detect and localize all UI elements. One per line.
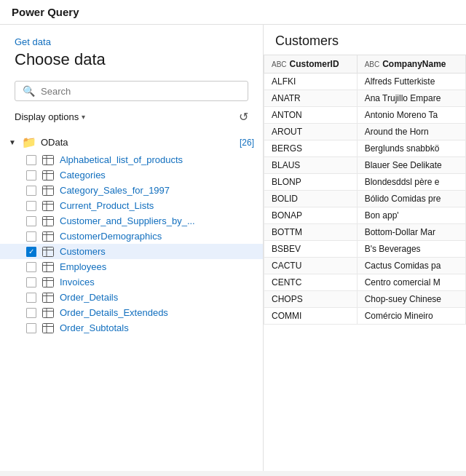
search-input[interactable] bbox=[41, 86, 240, 97]
table-row: BONAPBon app' bbox=[264, 207, 466, 224]
refresh-button[interactable]: ↺ bbox=[239, 110, 248, 124]
customer-id-cell: BLONP bbox=[264, 174, 358, 191]
checkbox[interactable] bbox=[26, 262, 36, 272]
display-options-row: Display options ▾ ↺ bbox=[0, 107, 263, 130]
table-icon bbox=[42, 293, 54, 303]
tree-root-count: [26] bbox=[240, 138, 254, 148]
tree-items-container: Alphabetical_list_of_products Categories… bbox=[0, 152, 263, 336]
company-name-cell: Centro comercial M bbox=[357, 274, 465, 291]
search-box: 🔍 bbox=[15, 81, 248, 101]
table-row: BERGSBerglunds snabbkö bbox=[264, 140, 466, 157]
display-options-label: Display options bbox=[15, 111, 79, 122]
checkbox[interactable] bbox=[26, 277, 36, 287]
table-body: ALFKIAlfreds FutterkisteANATRAna Trujill… bbox=[264, 74, 466, 325]
svg-rect-24 bbox=[43, 277, 54, 287]
company-name-cell: Bólido Comidas pre bbox=[357, 191, 465, 207]
column-header: ABC CustomerID bbox=[264, 55, 358, 74]
data-table-wrapper[interactable]: ABC CustomerID ABC CompanyName ALFKIAlfr… bbox=[264, 55, 466, 471]
svg-rect-15 bbox=[43, 231, 54, 241]
col-type-icon: ABC bbox=[365, 60, 380, 68]
table-icon bbox=[42, 186, 54, 196]
tree-area: ▼ 📁 OData [26] Alphabetical_list_of_prod… bbox=[0, 130, 263, 471]
tree-item[interactable]: Category_Sales_for_1997 bbox=[0, 183, 263, 198]
table-row: ALFKIAlfreds Futterkiste bbox=[264, 74, 466, 90]
table-icon bbox=[42, 262, 54, 272]
tree-item-label: CustomerDemographics bbox=[60, 231, 162, 242]
company-name-cell: Comércio Mineiro bbox=[357, 308, 465, 325]
tree-item-label: Order_Details bbox=[60, 292, 118, 303]
tree-item-label: Employees bbox=[60, 261, 106, 272]
company-name-cell: Blondesddsl père e bbox=[357, 174, 465, 191]
customer-id-cell: BLAUS bbox=[264, 157, 358, 174]
company-name-cell: B's Beverages bbox=[357, 241, 465, 258]
tree-item-label: Category_Sales_for_1997 bbox=[60, 185, 170, 196]
checkbox[interactable] bbox=[26, 308, 36, 318]
customer-id-cell: AROUT bbox=[264, 124, 358, 140]
checkbox[interactable] bbox=[26, 186, 36, 196]
tree-item[interactable]: ✓ Customers bbox=[0, 244, 263, 259]
column-header: ABC CompanyName bbox=[357, 55, 465, 74]
checkbox[interactable]: ✓ bbox=[26, 247, 36, 257]
tree-item[interactable]: Employees bbox=[0, 259, 263, 274]
tree-item[interactable]: Invoices bbox=[0, 274, 263, 290]
table-icon bbox=[42, 216, 54, 226]
tree-root-label: OData bbox=[41, 137, 235, 148]
tree-item[interactable]: CustomerDemographics bbox=[0, 229, 263, 244]
company-name-cell: Chop-suey Chinese bbox=[357, 291, 465, 308]
display-options-button[interactable]: Display options ▾ bbox=[15, 111, 85, 122]
customer-id-cell: CENTC bbox=[264, 274, 358, 291]
customer-id-cell: BOTTM bbox=[264, 224, 358, 241]
search-box-wrapper: 🔍 bbox=[0, 81, 263, 107]
tree-item-label: Current_Product_Lists bbox=[60, 200, 154, 211]
svg-rect-18 bbox=[43, 247, 54, 256]
customer-id-cell: BONAP bbox=[264, 207, 358, 224]
column-label: CustomerID bbox=[290, 59, 339, 69]
svg-rect-9 bbox=[43, 201, 54, 210]
right-panel: Customers ABC CustomerID ABC CompanyName… bbox=[264, 25, 466, 471]
customer-id-cell: COMMI bbox=[264, 308, 358, 325]
checkbox[interactable] bbox=[26, 155, 36, 165]
customer-id-cell: ANTON bbox=[264, 107, 358, 124]
table-row: CENTCCentro comercial M bbox=[264, 274, 466, 291]
company-name-cell: Around the Horn bbox=[357, 124, 465, 140]
svg-rect-3 bbox=[43, 170, 54, 180]
svg-rect-12 bbox=[43, 216, 54, 226]
checkbox[interactable] bbox=[26, 170, 36, 181]
table-icon bbox=[42, 277, 54, 287]
company-name-cell: Blauer See Delikate bbox=[357, 157, 465, 174]
customer-id-cell: BSBEV bbox=[264, 241, 358, 258]
checkbox[interactable] bbox=[26, 201, 36, 211]
choose-data-title: Choose data bbox=[0, 50, 263, 81]
tree-item[interactable]: Order_Details_Extendeds bbox=[0, 305, 263, 320]
table-row: BSBEVB's Beverages bbox=[264, 241, 466, 258]
tree-item[interactable]: Order_Subtotals bbox=[0, 320, 263, 336]
table-header: ABC CustomerID ABC CompanyName bbox=[264, 55, 466, 74]
checkbox[interactable] bbox=[26, 216, 36, 226]
tree-item[interactable]: Order_Details bbox=[0, 290, 263, 305]
tree-root-item[interactable]: ▼ 📁 OData [26] bbox=[0, 132, 263, 152]
table-row: AROUTAround the Horn bbox=[264, 124, 466, 140]
company-name-cell: Ana Trujillo Empare bbox=[357, 90, 465, 107]
svg-rect-27 bbox=[43, 293, 54, 302]
tree-item[interactable]: Categories bbox=[0, 167, 263, 183]
tree-item[interactable]: Current_Product_Lists bbox=[0, 198, 263, 213]
company-name-cell: Antonio Moreno Ta bbox=[357, 107, 465, 124]
left-panel: Get data Choose data 🔍 Display options ▾… bbox=[0, 25, 264, 471]
main-layout: Get data Choose data 🔍 Display options ▾… bbox=[0, 25, 466, 471]
search-icon: 🔍 bbox=[23, 85, 35, 97]
checkbox[interactable] bbox=[26, 293, 36, 303]
table-icon bbox=[42, 155, 54, 165]
data-table: ABC CustomerID ABC CompanyName ALFKIAlfr… bbox=[264, 55, 466, 325]
checkbox[interactable] bbox=[26, 323, 36, 333]
customer-id-cell: BOLID bbox=[264, 191, 358, 207]
table-row: CHOPSChop-suey Chinese bbox=[264, 291, 466, 308]
checkbox[interactable] bbox=[26, 231, 36, 242]
tree-item[interactable]: Customer_and_Suppliers_by_... bbox=[0, 213, 263, 229]
svg-rect-0 bbox=[43, 155, 54, 164]
tree-item[interactable]: Alphabetical_list_of_products bbox=[0, 152, 263, 167]
table-row: ANTONAntonio Moreno Ta bbox=[264, 107, 466, 124]
chevron-down-icon: ▾ bbox=[82, 113, 85, 121]
folder-icon: 📁 bbox=[22, 135, 36, 149]
column-label: CompanyName bbox=[382, 59, 446, 69]
table-row: BLAUSBlauer See Delikate bbox=[264, 157, 466, 174]
